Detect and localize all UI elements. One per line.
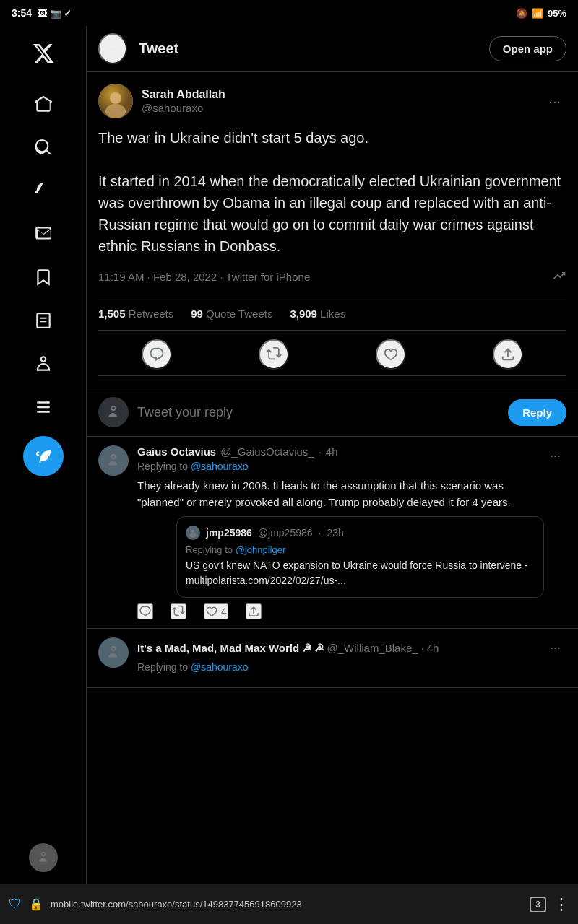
tweet-scroll-area[interactable]: Sarah Abdallah @sahouraxo ··· The war in… (87, 72, 578, 884)
quoted-text: US gov't knew NATO expansion to Ukraine … (186, 558, 535, 588)
reply-1-retweet-btn[interactable] (171, 603, 186, 619)
main-tweet: Sarah Abdallah @sahouraxo ··· The war in… (87, 72, 578, 388)
reply-tweet-2: It's a Mad, Mad, Mad Max World ☭ ☭ @_Wil… (87, 629, 578, 688)
svg-point-4 (189, 533, 196, 538)
notification-icons: 🖼 📷 ✓ (38, 8, 72, 19)
reply-1-replying-to: Replying to @sahouraxo (137, 461, 544, 472)
reply-1-name: Gaius Octavius (137, 445, 216, 458)
action-bar (98, 334, 566, 376)
page-title: Tweet (139, 40, 178, 57)
reply-1-time: · (319, 445, 322, 458)
reply-1-avatar[interactable] (98, 445, 129, 476)
more-options-button[interactable]: ··· (543, 90, 566, 113)
tweet-stats: 1,505 Retweets 99 Quote Tweets 3,909 Lik… (98, 297, 566, 331)
quote-tweet-count: 99 Quote Tweets (191, 308, 272, 320)
tweet-text-1: The war in Ukraine didn't start 5 days a… (98, 127, 566, 257)
stats-icon (552, 269, 566, 285)
share-button[interactable] (493, 339, 523, 370)
open-app-button[interactable]: Open app (489, 36, 566, 61)
reply-2-replying-to: Replying to @sahouraxo (137, 661, 566, 673)
reply-1-body: They already knew in 2008. It leads to t… (137, 478, 544, 510)
reply-2-more-btn[interactable]: ··· (544, 637, 566, 658)
browser-menu-button[interactable]: ⋮ (553, 895, 569, 914)
author-handle: @sahouraxo (142, 102, 225, 114)
current-user-avatar (98, 397, 129, 427)
status-indicators: 🔕 📶 95% (516, 8, 566, 19)
browser-url[interactable]: mobile.twitter.com/sahouraxo/status/1498… (51, 899, 522, 910)
reply-1-actions: 4 (137, 603, 544, 619)
compose-button[interactable] (23, 436, 64, 476)
tweet-timestamp: 11:19 AM · Feb 28, 2022 · Twitter for iP… (98, 269, 566, 285)
comment-button[interactable] (142, 339, 172, 370)
main-content: ← Tweet Open app (87, 26, 578, 884)
likes-count: 3,909 Likes (290, 308, 345, 320)
quoted-replying-to: Replying to @johnpilger (186, 544, 535, 555)
sidebar-item-notifications[interactable] (23, 170, 64, 211)
sidebar-item-more[interactable] (23, 387, 64, 427)
reply-tweet-1: Gaius Octavius @_GaiusOctavius_ · 4h Rep… (87, 437, 578, 629)
quoted-author-handle: @jmp25986 (258, 527, 313, 539)
tweet-header: ← Tweet Open app (87, 26, 578, 72)
tab-count[interactable]: 3 (530, 897, 546, 912)
browser-bar: 🛡 🔒 mobile.twitter.com/sahouraxo/status/… (0, 884, 578, 924)
sidebar-item-lists[interactable] (23, 300, 64, 341)
reply-1-handle: @_GaiusOctavius_ (220, 445, 314, 458)
reply-1-more-btn[interactable]: ··· (544, 445, 566, 466)
svg-point-3 (191, 529, 195, 533)
mute-icon: 🔕 (516, 8, 527, 19)
reply-button[interactable]: Reply (508, 399, 566, 426)
sidebar-item-bookmarks[interactable] (23, 257, 64, 297)
author-avatar[interactable] (98, 84, 133, 118)
reply-2-name: It's a Mad, Mad, Mad Max World ☭ ☭ (137, 642, 324, 655)
reply-1-like-btn[interactable]: 4 (204, 603, 228, 619)
lock-icon: 🔒 (29, 897, 43, 911)
reply-1-like-count: 4 (221, 606, 227, 617)
retweet-button[interactable] (259, 339, 289, 370)
like-button[interactable] (376, 339, 406, 370)
user-avatar[interactable] (29, 843, 58, 872)
reply-input-row: Reply (87, 388, 578, 437)
svg-point-2 (105, 104, 126, 118)
shield-icon: 🛡 (9, 897, 22, 912)
time-display: 3:54 (12, 7, 32, 19)
author-name: Sarah Abdallah (142, 88, 225, 101)
reply-2-avatar[interactable] (98, 637, 129, 668)
sidebar-item-messages[interactable] (23, 214, 64, 254)
svg-point-1 (110, 92, 121, 104)
quoted-avatar (186, 526, 200, 540)
reply-input[interactable] (137, 405, 499, 420)
retweet-count: 1,505 Retweets (98, 308, 173, 320)
reply-2-handle: @_William_Blake_ (327, 642, 418, 654)
quoted-time: 23h (327, 527, 343, 539)
twitter-logo[interactable] (22, 32, 65, 78)
sidebar (0, 26, 87, 884)
sidebar-item-home[interactable] (23, 84, 64, 124)
reply-2-timestamp: 4h (427, 642, 439, 654)
battery-display: 95% (548, 8, 566, 19)
status-bar: 3:54 🖼 📷 ✓ 🔕 📶 95% (0, 0, 578, 26)
reply-1-comment-btn[interactable] (137, 603, 153, 619)
reply-1-share-btn[interactable] (246, 603, 262, 619)
back-button[interactable]: ← (98, 33, 127, 64)
quoted-tweet[interactable]: jmp25986 @jmp25986 · 23h Replying to @jo… (176, 516, 544, 598)
quoted-author-name: jmp25986 (206, 527, 252, 539)
reply-1-timestamp: 4h (326, 445, 338, 458)
sidebar-item-search[interactable] (23, 127, 64, 167)
sidebar-item-profile[interactable] (23, 344, 64, 384)
status-time: 3:54 🖼 📷 ✓ (12, 7, 72, 19)
wifi-icon: 📶 (532, 8, 543, 19)
